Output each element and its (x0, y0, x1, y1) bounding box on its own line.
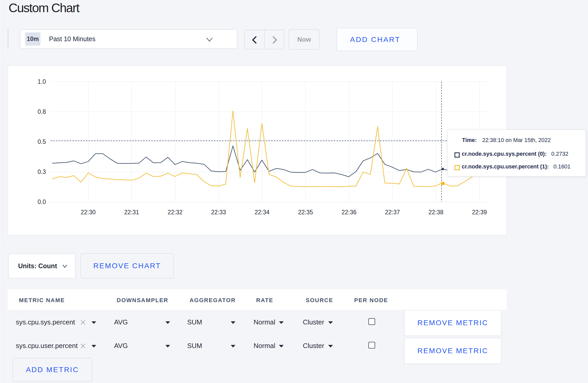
svg-text:22:30: 22:30 (81, 209, 96, 216)
svg-text:22:35: 22:35 (298, 209, 313, 216)
svg-text:0.3: 0.3 (38, 168, 46, 175)
svg-text:22:36: 22:36 (341, 209, 356, 216)
svg-text:22:37: 22:37 (385, 209, 400, 216)
svg-text:22:31: 22:31 (124, 209, 139, 216)
svg-text:22:39: 22:39 (472, 209, 487, 216)
svg-text:22:38: 22:38 (429, 209, 444, 216)
svg-text:0.0: 0.0 (38, 198, 46, 205)
svg-text:0.8: 0.8 (38, 108, 46, 115)
svg-text:0.5: 0.5 (38, 138, 46, 145)
svg-text:1.0: 1.0 (38, 78, 46, 85)
svg-text:22:32: 22:32 (168, 209, 183, 216)
svg-text:22:34: 22:34 (255, 209, 270, 216)
svg-text:22:33: 22:33 (211, 209, 226, 216)
